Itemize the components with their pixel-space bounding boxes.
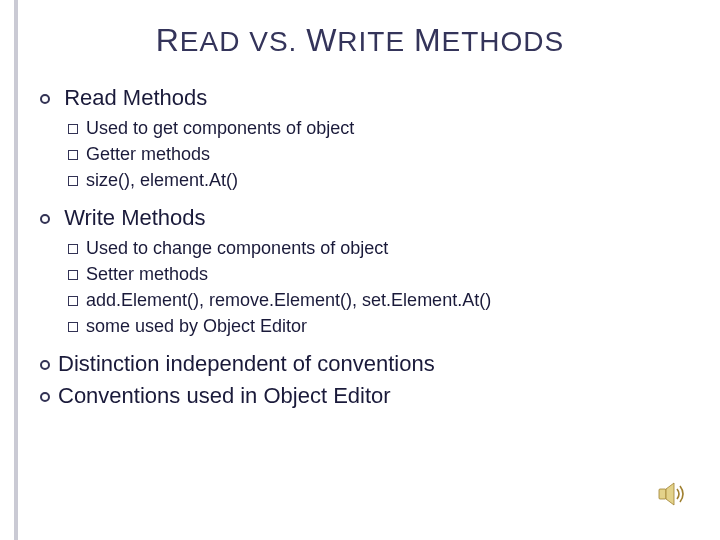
slide-title: READ VS. WRITE METHODS bbox=[40, 22, 680, 59]
bullet-list: Read Methods Used to get components of o… bbox=[40, 83, 680, 410]
list-item-label: size(), element.At() bbox=[86, 170, 238, 190]
list-item: Read Methods Used to get components of o… bbox=[40, 83, 680, 193]
sub-bullet-list: Used to change components of object Sett… bbox=[40, 235, 680, 339]
list-item-label: add.Element(), remove.Element(), set.Ele… bbox=[86, 290, 491, 310]
left-rule bbox=[14, 0, 18, 540]
title-part: ETHODS bbox=[442, 26, 565, 57]
title-part: RITE bbox=[337, 26, 414, 57]
list-item-label: Setter methods bbox=[86, 264, 208, 284]
list-item-label: Write Methods bbox=[64, 205, 205, 230]
list-item: Conventions used in Object Editor bbox=[40, 381, 680, 411]
list-item: Used to change components of object bbox=[68, 235, 680, 261]
list-item-label: Used to change components of object bbox=[86, 238, 388, 258]
list-item: Setter methods bbox=[68, 261, 680, 287]
list-item: Used to get components of object bbox=[68, 115, 680, 141]
list-item-label: some used by Object Editor bbox=[86, 316, 307, 336]
list-item-label: Getter methods bbox=[86, 144, 210, 164]
svg-marker-1 bbox=[666, 483, 674, 505]
sub-bullet-list: Used to get components of object Getter … bbox=[40, 115, 680, 193]
list-item: Getter methods bbox=[68, 141, 680, 167]
list-item: add.Element(), remove.Element(), set.Ele… bbox=[68, 287, 680, 313]
title-part: EAD VS. bbox=[180, 26, 306, 57]
svg-rect-0 bbox=[659, 489, 666, 499]
title-part: W bbox=[306, 22, 337, 58]
list-item-label: Conventions used in Object Editor bbox=[58, 383, 391, 408]
title-part: R bbox=[156, 22, 180, 58]
speaker-icon bbox=[658, 480, 688, 508]
list-item: Distinction independent of conventions bbox=[40, 349, 680, 379]
list-item-label: Read Methods bbox=[64, 85, 207, 110]
list-item: size(), element.At() bbox=[68, 167, 680, 193]
list-item: Write Methods Used to change components … bbox=[40, 203, 680, 339]
list-item: some used by Object Editor bbox=[68, 313, 680, 339]
list-item-label: Distinction independent of conventions bbox=[58, 351, 435, 376]
slide: READ VS. WRITE METHODS Read Methods Used… bbox=[0, 0, 720, 540]
list-item-label: Used to get components of object bbox=[86, 118, 354, 138]
title-part: M bbox=[414, 22, 442, 58]
